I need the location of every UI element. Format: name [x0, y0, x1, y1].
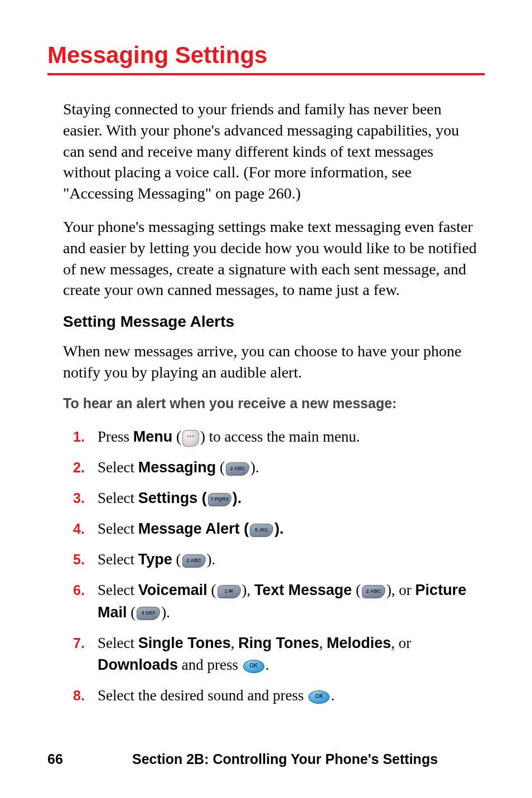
bold-message-alert: Message Alert: [138, 520, 240, 537]
step-text: ).: [207, 551, 216, 568]
bold-single-tones: Single Tones: [138, 635, 231, 651]
step-number: 3.: [73, 487, 98, 509]
step-number: 1.: [73, 426, 98, 448]
step-6: 6. Select Voicemail (), Text Message (),…: [73, 579, 485, 623]
page-footer: 66 Section 2B: Controlling Your Phone's …: [47, 751, 485, 767]
step-text: .: [265, 656, 269, 673]
step-text: (: [207, 582, 216, 598]
step-5: 5. Select Type ().: [73, 549, 485, 570]
step-text: Select the desired sound and press: [98, 687, 307, 704]
step-text: ).: [161, 604, 170, 621]
step-text: ,: [231, 635, 239, 651]
step-text: , or: [391, 635, 411, 651]
bold-downloads: Downloads: [98, 656, 178, 673]
subheading: Setting Message Alerts: [63, 313, 485, 331]
bold-menu: Menu: [133, 428, 173, 445]
step-text: ).: [233, 490, 242, 506]
bold-settings: Settings: [138, 490, 198, 506]
steps-list: 1. Press Menu () to access the main menu…: [73, 426, 485, 707]
ok-key-icon: [243, 660, 264, 673]
step-text: and press: [178, 656, 242, 673]
step-number: 2.: [73, 457, 98, 478]
title-divider: [47, 73, 485, 75]
menu-key-icon: [182, 430, 199, 447]
step-text: (: [240, 520, 249, 537]
step-text: ) to access the main menu.: [200, 428, 360, 445]
step-text: .: [331, 687, 335, 704]
step-text: (: [352, 582, 361, 598]
step-text: Select: [98, 551, 138, 568]
bold-ring-tones: Ring Tones: [238, 635, 319, 651]
step-number: 5.: [73, 549, 98, 570]
key-1-icon: [217, 585, 241, 598]
intro-paragraph-2: Your phone's messaging settings make tex…: [63, 216, 485, 301]
section-label: Section 2B: Controlling Your Phone's Set…: [132, 751, 438, 767]
step-text: Select: [98, 490, 138, 506]
step-text: (: [172, 428, 181, 445]
step-1: 1. Press Menu () to access the main menu…: [73, 426, 485, 448]
step-text: Select: [98, 520, 138, 537]
ok-key-icon: [308, 690, 330, 704]
bold-type: Type: [138, 551, 172, 568]
bold-melodies: Melodies: [327, 635, 391, 651]
step-text: ).: [250, 459, 259, 476]
key-2-icon: [362, 585, 385, 598]
step-text: (: [172, 551, 181, 568]
step-number: 8.: [73, 685, 98, 707]
step-number: 6.: [73, 579, 98, 601]
step-text: ),: [242, 582, 255, 598]
step-text: Press: [98, 428, 133, 445]
step-text: Select: [98, 459, 138, 476]
step-number: 7.: [73, 632, 98, 654]
section-title: Messaging Settings: [47, 42, 485, 69]
step-text: ,: [319, 635, 327, 651]
page-number: 66: [47, 751, 128, 767]
step-text: Select: [98, 635, 138, 651]
step-3: 3. Select Settings ().: [73, 487, 485, 509]
step-8: 8. Select the desired sound and press .: [73, 685, 485, 707]
instruction-heading: To hear an alert when you receive a new …: [63, 395, 485, 412]
key-2-icon: [182, 554, 206, 568]
step-number: 4.: [73, 518, 98, 540]
step-text: Select: [98, 582, 138, 598]
intro-paragraph-1: Staying connected to your friends and fa…: [63, 99, 485, 204]
step-4: 4. Select Message Alert ().: [73, 518, 485, 540]
step-text: ), or: [386, 582, 415, 598]
key-2-icon: [226, 462, 249, 476]
bold-text-message: Text Message: [254, 582, 352, 598]
step-text: ).: [274, 520, 284, 537]
bold-voicemail: Voicemail: [138, 582, 207, 598]
step-text: (: [197, 490, 207, 506]
key-7-icon: [208, 493, 231, 506]
step-text: (: [127, 604, 136, 621]
key-3-icon: [137, 607, 160, 620]
step-2: 2. Select Messaging ().: [73, 457, 485, 478]
bold-messaging: Messaging: [138, 459, 216, 476]
key-5-icon: [250, 524, 273, 537]
subheading-intro: When new messages arrive, you can choose…: [63, 341, 485, 383]
step-7: 7. Select Single Tones, Ring Tones, Melo…: [73, 632, 485, 676]
step-text: (: [216, 459, 225, 476]
